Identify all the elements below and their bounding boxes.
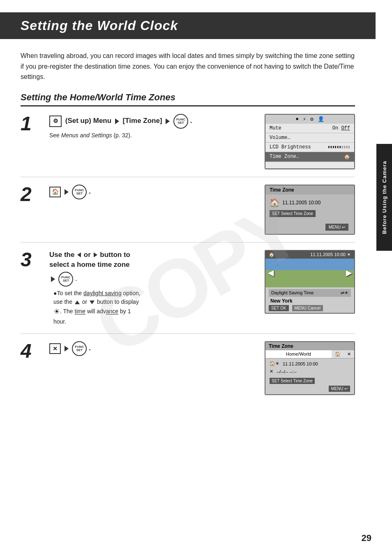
camera-screen-3: 🏠 11.11.2005 10:00 ☀ ◀ ▶ Daylight Saving…: [265, 250, 355, 314]
step-1-content: ⚙ (Set up) Menu [Time Zone] FUNCSET . Se…: [49, 114, 256, 141]
menu-label-4: MENU ↩: [329, 386, 350, 392]
func-set-icon-1: FUNCSET: [173, 114, 188, 129]
screen-3-top: 🏠 11.11.2005 10:00 ☀: [265, 251, 354, 259]
screen-2-menu: MENU ↩: [270, 224, 350, 231]
screen-2-datetime: 11.11.2005 10:00: [282, 200, 321, 206]
func-set-icon-3: FUNCSET: [58, 272, 73, 287]
page-number: 29: [362, 533, 371, 543]
map-arrow-right: ▶: [346, 268, 352, 278]
main-content: Setting the World Clock When traveling a…: [0, 0, 376, 427]
screen-2-set: SET Select Time Zone: [270, 209, 350, 220]
screen-row-mute: Mute On Off: [265, 124, 354, 133]
camera-screen-1: ● ⚡ ⚙ 👤 Mute On Off Volume… LCD Brig: [265, 114, 355, 169]
screen-4-menu: MENU ↩: [270, 386, 350, 392]
menu-btn-3: MENU Cancel: [292, 305, 323, 311]
screen-3-city: New York: [269, 298, 351, 304]
setup-icon: ⚙: [49, 116, 62, 127]
step-4-screen: Time Zone Home/World 🏠 ✕ 🏠☀ 11.11.2005 1…: [265, 341, 355, 395]
screen-2-body: 🏠 11.11.2005 10:00 SET Select Time Zone …: [265, 194, 354, 234]
step-2-content: 🏠 FUNCSET .: [49, 185, 256, 202]
screen-4-tabs: Home/World 🏠 ✕: [265, 350, 354, 358]
camera-screen-4: Time Zone Home/World 🏠 ✕ 🏠☀ 11.11.2005 1…: [265, 341, 355, 395]
set-label-4: SET Select Time Zone: [270, 378, 315, 384]
arrow-right-icon-3: [65, 189, 69, 195]
step-1: 1 ⚙ (Set up) Menu [Time Zone] FUNCSET . …: [21, 106, 355, 177]
screen-3-map: ◀ ▶: [265, 259, 354, 287]
arrow-right-func: [51, 276, 55, 282]
screen-row-timezone: Time Zone… 🏠: [265, 152, 354, 162]
sidebar-tab: Before Using the Camera: [376, 144, 392, 251]
step-3-number: 3: [21, 250, 41, 270]
intro-text: When traveling abroad, you can record im…: [21, 51, 355, 82]
screen-3-btns: SET OK MENU Cancel: [269, 305, 351, 311]
step-4-dot: .: [89, 345, 91, 352]
func-set-icon-4: FUNCSET: [72, 341, 87, 356]
home-icon-step2: 🏠: [49, 187, 61, 197]
step-1-number: 1: [21, 114, 41, 134]
step-3-content: Use the or button toselect a home time z…: [49, 250, 256, 326]
step-2-dot: .: [89, 187, 91, 195]
screen-2-title: Time Zone: [265, 185, 354, 194]
tab-home-world: Home/World: [265, 350, 332, 358]
screen-4-home-row: 🏠☀ 11.11.2005 10:00: [270, 361, 350, 366]
screen-row-empty: [265, 162, 354, 169]
step-2-number: 2: [21, 185, 41, 204]
step-3-func: FUNCSET .: [49, 272, 256, 287]
map-arrow-left: ◀: [268, 268, 274, 278]
step-1-sub: See Menus and Settings (p. 32).: [49, 131, 256, 140]
step-1-text: (Set up) Menu: [65, 117, 111, 125]
screen-4-world-row: ✕ --/--/-- --:--: [270, 369, 350, 374]
steps-container: 1 ⚙ (Set up) Menu [Time Zone] FUNCSET . …: [21, 106, 355, 403]
arrow-up-icon: [75, 301, 80, 304]
section-heading: Setting the Home/World Time Zones: [21, 92, 355, 106]
tab-home-icon: 🏠: [332, 350, 344, 358]
arrow-right-icon-2: [166, 118, 170, 124]
step-4-number: 4: [21, 341, 41, 361]
arrow-right-icon-1: [115, 118, 119, 124]
arrow-left-icon: [77, 252, 81, 257]
step-1-timzone: [Time Zone]: [123, 117, 162, 125]
arrow-down-icon: [90, 301, 95, 304]
step-2-instruction: 🏠 FUNCSET .: [49, 185, 256, 199]
screen-3-bottom: Daylight Saving Time ⇌☀ New York SET OK …: [265, 287, 354, 313]
step-2-screen: Time Zone 🏠 11.11.2005 10:00 SET Select …: [265, 185, 355, 235]
screen-3-dst: Daylight Saving Time ⇌☀: [269, 289, 351, 297]
step-4-instruction: ✕ FUNCSET .: [49, 341, 256, 356]
step-3-screen: 🏠 11.11.2005 10:00 ☀ ◀ ▶ Daylight Saving…: [265, 250, 355, 314]
screen-2-home-row: 🏠 11.11.2005 10:00: [270, 198, 350, 208]
step-3: 3 Use the or button toselect a home time…: [21, 243, 355, 334]
step-1-screen: ● ⚡ ⚙ 👤 Mute On Off Volume… LCD Brig: [265, 114, 355, 169]
step-4-content: ✕ FUNCSET .: [49, 341, 256, 358]
sidebar-tab-label: Before Using the Camera: [381, 161, 387, 234]
screen-1-icons: ● ⚡ ⚙ 👤: [265, 115, 354, 124]
menu-label-2: MENU ↩: [325, 224, 348, 231]
screen-4-body: 🏠☀ 11.11.2005 10:00 ✕ --/--/-- --:-- SET…: [265, 358, 354, 394]
func-set-icon-2: FUNCSET: [72, 185, 87, 199]
camera-screen-2: Time Zone 🏠 11.11.2005 10:00 SET Select …: [265, 185, 355, 235]
cross-icon-step4: ✕: [49, 343, 61, 354]
screen-row-volume: Volume…: [265, 133, 354, 143]
title-bar: Setting the World Clock: [0, 12, 376, 39]
set-btn-3: SET OK: [269, 305, 289, 311]
screen-4-set: SET Select Time Zone: [270, 377, 350, 384]
page-title: Setting the World Clock: [21, 18, 355, 33]
step-1-instruction: ⚙ (Set up) Menu [Time Zone] FUNCSET .: [49, 114, 256, 129]
set-label-2: SET Select Time Zone: [270, 210, 316, 217]
step-1-dot: .: [190, 117, 192, 125]
arrow-right-icon-4: [65, 346, 69, 352]
step-3-instruction: Use the or button toselect a home time z…: [49, 250, 256, 270]
screen-4-title: Time Zone: [265, 342, 354, 350]
sun-icon: ☀: [53, 308, 60, 316]
step-4: 4 ✕ FUNCSET . Time Zone Home/World 🏠 ✕: [21, 334, 355, 402]
screen-row-lcd: LCD Brightness ▮▮▮▮▮▮▯▯▯▯: [265, 143, 354, 152]
step-3-bullet: ●To set the daylight saving option, use …: [53, 289, 256, 326]
tab-world-icon: ✕: [344, 350, 354, 358]
step-2: 2 🏠 FUNCSET . Time Zone 🏠 11.11.2005 10:…: [21, 177, 355, 243]
home-icon-s2: 🏠: [270, 198, 280, 208]
arrow-right-icon-sm: [94, 252, 97, 257]
